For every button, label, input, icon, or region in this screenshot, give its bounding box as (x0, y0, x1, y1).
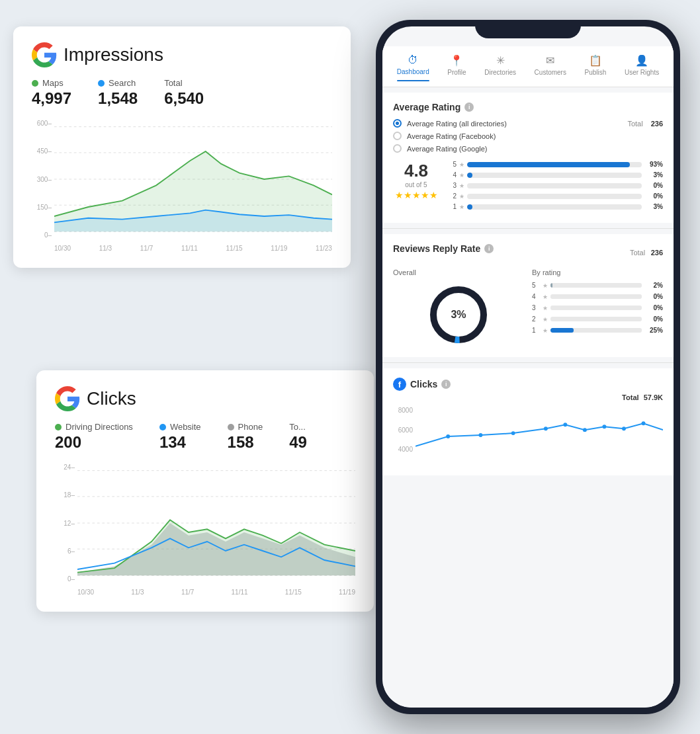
metric-maps: Maps 4,997 (32, 78, 71, 108)
fb-total-row: Total 57.9K (393, 393, 663, 401)
star-1-icon: ★ (459, 204, 464, 210)
phone-content: ⏱ Dashboard 📍 Profile ✳ Directories ✉ (382, 46, 674, 708)
reply-bar-3: 3 ★ 0% (532, 304, 663, 311)
reply-bar-pct-5: 2% (644, 282, 663, 289)
radio-facebook[interactable]: Average Rating (Facebook) (393, 132, 663, 140)
clicks-card: Clicks Driving Directions 200 Website 13… (36, 370, 374, 612)
impressions-svg (54, 120, 332, 239)
fb-chart-svg (416, 407, 663, 466)
bar-pct-5: 93% (644, 161, 663, 168)
phone-container: ⏱ Dashboard 📍 Profile ✳ Directories ✉ (376, 20, 680, 714)
star-2-icon: ★ (459, 193, 464, 200)
directories-icon: ✳ (496, 54, 505, 67)
dashboard-underline (397, 80, 429, 81)
radio-fb-circle (393, 132, 402, 140)
reply-section-body: Overall 3% By rating (393, 268, 663, 348)
reply-bar-track-1 (550, 328, 642, 333)
donut-pct: 3% (451, 309, 466, 321)
reply-bar-track-4 (550, 294, 642, 299)
reply-bar-track-3 (550, 306, 642, 310)
google-icon (32, 42, 57, 67)
svg-point-24 (642, 421, 646, 425)
maps-dot (32, 80, 38, 87)
total-clicks-value: 49 (289, 433, 307, 452)
radio-options: Average Rating (all directories) Total 2… (393, 119, 663, 153)
radio-google[interactable]: Average Rating (Google) (393, 144, 663, 153)
svg-point-18 (511, 431, 515, 435)
by-rating-label: By rating (532, 268, 663, 276)
tab-publish[interactable]: 📋 Publish (581, 53, 611, 83)
tab-user-rights[interactable]: 👤 User Rights (621, 53, 663, 83)
star-4-icon: ★ (459, 172, 464, 179)
divider-2 (382, 362, 674, 363)
fb-mini-chart: 8000 6000 4000 (393, 407, 663, 466)
metric-search-label: Search (98, 78, 138, 88)
reply-bar-track-5 (550, 283, 642, 288)
svg-point-20 (563, 423, 567, 427)
bar-3: 3 ★ 0% (449, 182, 663, 189)
clicks-svg (77, 464, 355, 583)
metric-driving-label: Driving Directions (55, 422, 133, 432)
radio-all-dirs[interactable]: Average Rating (all directories) Total 2… (393, 119, 663, 128)
overall-label: Overall (393, 268, 416, 276)
radio-google-circle (393, 144, 402, 153)
search-value: 1,548 (98, 89, 138, 108)
bar-track-2 (467, 194, 642, 199)
metric-search: Search 1,548 (98, 78, 138, 108)
reply-bar-5: 5 ★ 2% (532, 282, 663, 289)
donut-container: 3% (425, 282, 492, 348)
reply-rate-header: Reviews Reply Rate i Total 236 (393, 243, 663, 261)
tab-customers[interactable]: ✉ Customers (531, 53, 570, 83)
bar-fill-5 (467, 162, 630, 167)
website-value: 134 (159, 433, 201, 452)
reply-bar-fill-5 (550, 283, 552, 288)
reply-bar-pct-4: 0% (644, 293, 663, 300)
reply-bar-pct-1: 25% (644, 327, 663, 334)
rating-display: 4.8 out of 5 ★★★★★ 5 ★ 93% (393, 161, 663, 214)
publish-icon: 📋 (589, 54, 602, 67)
reply-star-5: ★ (543, 282, 548, 289)
metric-total-clicks: To... 49 (289, 422, 307, 452)
metric-website-label: Website (159, 422, 201, 432)
svg-point-21 (583, 428, 587, 432)
reviews-reply-rate-section: Reviews Reply Rate i Total 236 Overall (382, 234, 674, 357)
reply-star-4: ★ (543, 294, 548, 300)
bar-fill-1 (467, 204, 472, 210)
impressions-title: Impressions (64, 44, 163, 65)
divider-1 (382, 228, 674, 229)
phone-dot (228, 424, 234, 430)
bar-track-3 (467, 183, 642, 188)
website-dot (159, 424, 166, 430)
reply-bar-2: 2 ★ 0% (532, 315, 663, 323)
bar-2: 2 ★ 0% (449, 192, 663, 200)
search-dot (98, 80, 105, 87)
phone-value: 158 (228, 433, 263, 452)
bar-pct-4: 3% (644, 171, 663, 179)
fb-clicks-title: f Clicks i (393, 378, 451, 391)
svg-point-16 (446, 434, 450, 438)
reply-bar-4: 4 ★ 0% (532, 293, 663, 300)
impressions-header: Impressions (32, 42, 332, 67)
bar-1: 1 ★ 3% (449, 203, 663, 210)
reply-star-1: ★ (543, 327, 548, 334)
by-rating-col: By rating 5 ★ 2% 4 ★ (532, 268, 663, 348)
bar-track-5 (467, 162, 642, 167)
star-5-icon: ★ (459, 161, 464, 168)
metric-total: Total 6,540 (164, 78, 204, 108)
svg-point-23 (622, 427, 626, 430)
bar-4: 4 ★ 3% (449, 171, 663, 179)
tab-profile[interactable]: 📍 Profile (443, 53, 470, 83)
fb-y-labels: 8000 6000 4000 (393, 407, 413, 453)
driving-dot (55, 424, 62, 430)
facebook-icon: f (393, 378, 406, 391)
metric-total-clicks-label: To... (289, 422, 307, 432)
impressions-x-labels: 10/30 11/3 11/7 11/11 11/15 11/19 11/23 (54, 245, 332, 252)
bar-pct-3: 0% (644, 182, 663, 189)
tab-dashboard[interactable]: ⏱ Dashboard (393, 53, 433, 83)
radio-all-dirs-circle (393, 119, 402, 128)
info-icon-rating: i (464, 102, 474, 112)
metric-phone: Phone 158 (228, 422, 263, 452)
maps-value: 4,997 (32, 89, 71, 108)
tab-directories[interactable]: ✳ Directories (480, 53, 520, 83)
average-rating-title: Average Rating i (393, 102, 663, 112)
